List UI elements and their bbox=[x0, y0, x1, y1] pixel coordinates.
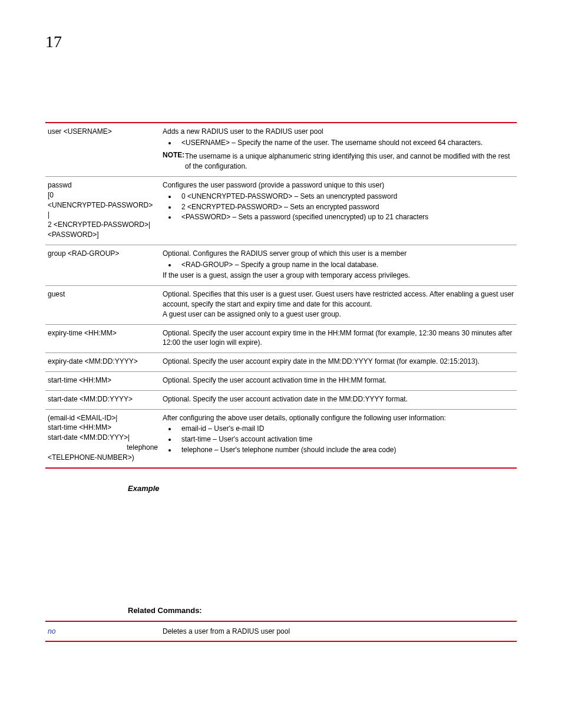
param-desc: Configures the user password (provide a … bbox=[160, 176, 517, 245]
related-cmd: no bbox=[45, 621, 160, 642]
param-desc: Optional. Specifies that this user is a … bbox=[160, 286, 517, 324]
param-syntax: expiry-date <MM:DD:YYYY> bbox=[45, 353, 160, 372]
syntax-line: [0 bbox=[48, 190, 158, 200]
param-syntax: start-time <HH:MM> bbox=[45, 371, 160, 390]
desc-bullet: start-time – User's account activation t… bbox=[177, 434, 514, 444]
desc-bullet: 2 <ENCRYPTED-PASSWORD> – Sets an encrypt… bbox=[177, 202, 514, 212]
syntax-line: start-date <MM:DD:YYY>| bbox=[48, 433, 158, 443]
related-commands-table: no Deletes a user from a RADIUS user poo… bbox=[45, 621, 517, 643]
param-syntax: user <USERNAME> bbox=[45, 123, 160, 176]
command-link[interactable]: no bbox=[48, 627, 55, 635]
desc-intro: Adds a new RADIUS user to the RADIUS use… bbox=[163, 127, 514, 137]
syntax-line: telephone bbox=[48, 443, 158, 453]
param-desc: Optional. Specify the user account activ… bbox=[160, 390, 517, 409]
syntax-line: start-time <HH:MM> bbox=[48, 423, 158, 433]
desc-intro: Configures the user password (provide a … bbox=[163, 180, 514, 190]
param-desc: Optional. Specify the user account expir… bbox=[160, 324, 517, 353]
desc-bullet: <PASSWORD> – Sets a password (specified … bbox=[177, 212, 514, 222]
table-row: start-time <HH:MM> Optional. Specify the… bbox=[45, 371, 517, 390]
desc-bullet: 0 <UNENCRYPTED-PASSWORD> – Sets an unenc… bbox=[177, 192, 514, 202]
param-desc: After configuring the above user details… bbox=[160, 409, 517, 467]
syntax-line: <TELEPHONE-NUMBER>) bbox=[48, 453, 158, 463]
param-desc: Optional. Specify the user account activ… bbox=[160, 371, 517, 390]
param-syntax: guest bbox=[45, 286, 160, 324]
param-syntax: (email-id <EMAIL-ID>| start-time <HH:MM>… bbox=[45, 409, 160, 467]
desc-post: If the user is a guest, assign the user … bbox=[163, 271, 514, 281]
table-row: expiry-time <HH:MM> Optional. Specify th… bbox=[45, 324, 517, 353]
syntax-line: 2 <ENCRYPTED-PASSWORD>| bbox=[48, 220, 158, 230]
table-row: no Deletes a user from a RADIUS user poo… bbox=[45, 621, 517, 642]
table-row: (email-id <EMAIL-ID>| start-time <HH:MM>… bbox=[45, 409, 517, 467]
syntax-line: (email-id <EMAIL-ID>| bbox=[48, 413, 158, 423]
note-text: The username is a unique alphanumeric st… bbox=[163, 151, 514, 172]
table-row: expiry-date <MM:DD:YYYY> Optional. Speci… bbox=[45, 353, 517, 372]
desc-para: A guest user can be assigned only to a g… bbox=[163, 309, 514, 319]
param-syntax: passwd [0 <UNENCRYPTED-PASSWORD> | 2 <EN… bbox=[45, 176, 160, 245]
desc-bullet: <USERNAME> – Specify the name of the use… bbox=[177, 138, 514, 148]
table-row: start-date <MM:DD:YYYY> Optional. Specif… bbox=[45, 390, 517, 409]
parameter-table: user <USERNAME> Adds a new RADIUS user t… bbox=[45, 122, 517, 469]
param-syntax: expiry-time <HH:MM> bbox=[45, 324, 160, 353]
desc-bullet: telephone – User's telephone number (sho… bbox=[177, 445, 514, 455]
desc-para: Optional. Specify the user account expir… bbox=[163, 357, 514, 367]
syntax-line: | bbox=[48, 210, 158, 220]
desc-para: Optional. Specify the user account expir… bbox=[163, 328, 514, 348]
desc-para: Optional. Specifies that this user is a … bbox=[163, 289, 514, 309]
syntax-line: <PASSWORD>] bbox=[48, 230, 158, 240]
desc-para: Optional. Specify the user account activ… bbox=[163, 394, 514, 404]
param-desc: Adds a new RADIUS user to the RADIUS use… bbox=[160, 123, 517, 176]
table-row: guest Optional. Specifies that this user… bbox=[45, 286, 517, 324]
table-row: group <RAD-GROUP> Optional. Configures t… bbox=[45, 245, 517, 285]
desc-intro: Optional. Configures the RADIUS server g… bbox=[163, 249, 514, 259]
desc-bullet: email-id – User's e-mail ID bbox=[177, 424, 514, 434]
note-label: NOTE: bbox=[163, 151, 184, 159]
table-row: user <USERNAME> Adds a new RADIUS user t… bbox=[45, 123, 517, 176]
page-number: 17 bbox=[45, 32, 517, 51]
param-syntax: group <RAD-GROUP> bbox=[45, 245, 160, 285]
desc-intro: After configuring the above user details… bbox=[163, 413, 514, 423]
desc-bullet: <RAD-GROUP> – Specify a group name in th… bbox=[177, 260, 514, 270]
syntax-line: passwd bbox=[48, 180, 158, 190]
param-syntax: start-date <MM:DD:YYYY> bbox=[45, 390, 160, 409]
related-commands-heading: Related Commands: bbox=[128, 606, 517, 615]
param-desc: Optional. Configures the RADIUS server g… bbox=[160, 245, 517, 285]
related-desc: Deletes a user from a RADIUS user pool bbox=[160, 621, 517, 642]
example-heading: Example bbox=[128, 484, 517, 493]
syntax-line: <UNENCRYPTED-PASSWORD> bbox=[48, 200, 158, 210]
table-row: passwd [0 <UNENCRYPTED-PASSWORD> | 2 <EN… bbox=[45, 176, 517, 245]
desc-para: Optional. Specify the user account activ… bbox=[163, 375, 514, 386]
param-desc: Optional. Specify the user account expir… bbox=[160, 353, 517, 372]
